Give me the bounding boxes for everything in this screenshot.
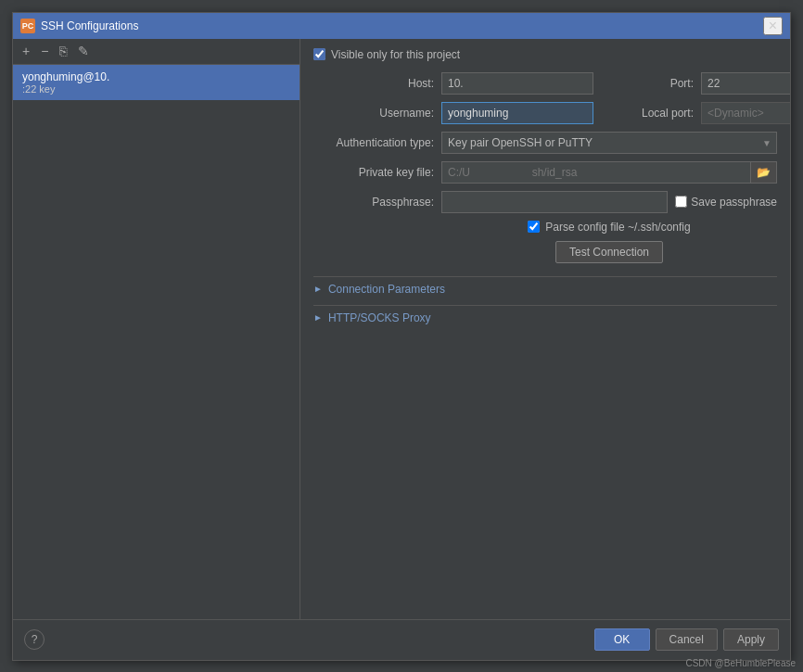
auth-type-select-wrapper: Key pair OpenSSH or PuTTY ▼ — [441, 132, 777, 154]
parse-config-checkbox[interactable] — [528, 221, 540, 233]
private-key-label: Private key file: — [313, 166, 434, 179]
test-connection-row: Test Connection — [313, 241, 777, 263]
host-input[interactable] — [441, 72, 593, 95]
passphrase-row: Passphrase: Save passphrase — [313, 191, 777, 213]
save-passphrase-checkbox[interactable] — [675, 196, 687, 208]
save-passphrase-wrapper: Save passphrase — [675, 196, 777, 209]
visible-only-checkbox[interactable] — [313, 48, 325, 60]
connection-params-header[interactable]: ► Connection Parameters — [313, 276, 777, 301]
ssh-item-detail: :22 key — [22, 83, 290, 95]
host-port-row: Host: Port: — [313, 72, 777, 95]
title-bar-left: PC SSH Configurations — [20, 19, 138, 33]
http-proxy-label: HTTP/SOCKS Proxy — [328, 311, 431, 324]
passphrase-label: Passphrase: — [313, 196, 434, 209]
bottom-bar: ? OK Cancel Apply — [13, 619, 790, 660]
parse-config-row: Parse config file ~/.ssh/config — [313, 221, 777, 234]
host-label: Host: — [313, 77, 434, 90]
help-button[interactable]: ? — [24, 629, 45, 650]
edit-ssh-button[interactable]: ✎ — [74, 43, 93, 59]
right-panel: Visible only for this project Host: Port… — [300, 39, 790, 619]
title-bar: PC SSH Configurations × — [13, 13, 790, 39]
list-item[interactable]: yonghuming@10. :22 key — [13, 65, 300, 100]
connection-params-label: Connection Parameters — [328, 283, 445, 296]
action-buttons: OK Cancel Apply — [594, 628, 779, 651]
copy-ssh-button[interactable]: ⎘ — [56, 43, 70, 59]
port-label: Port: — [601, 77, 694, 90]
username-localport-row: Username: Local port: — [313, 102, 777, 124]
private-key-input[interactable] — [441, 161, 750, 184]
local-port-input[interactable] — [701, 102, 790, 124]
app-icon: PC — [20, 19, 35, 33]
auth-type-select[interactable]: Key pair OpenSSH or PuTTY — [441, 132, 777, 154]
remove-ssh-button[interactable]: − — [37, 43, 52, 59]
ssh-list: yonghuming@10. :22 key — [13, 65, 300, 619]
http-proxy-header[interactable]: ► HTTP/SOCKS Proxy — [313, 305, 777, 330]
auth-type-label: Authentication type: — [313, 136, 434, 149]
visible-only-row: Visible only for this project — [313, 48, 777, 61]
username-label: Username: — [313, 107, 434, 120]
add-ssh-button[interactable]: + — [19, 43, 33, 59]
dialog-content: + − ⎘ ✎ yonghuming@10. :22 key Visible o… — [13, 39, 790, 619]
auth-type-row: Authentication type: Key pair OpenSSH or… — [313, 132, 777, 154]
save-passphrase-label: Save passphrase — [691, 196, 777, 209]
cancel-button[interactable]: Cancel — [656, 628, 718, 651]
ssh-item-name: yonghuming@10. — [22, 70, 290, 83]
parse-config-label: Parse config file ~/.ssh/config — [528, 221, 690, 234]
http-proxy-chevron-icon: ► — [313, 312, 323, 323]
close-button[interactable]: × — [763, 17, 783, 35]
apply-button[interactable]: Apply — [723, 628, 779, 651]
dialog-title: SSH Configurations — [41, 19, 138, 32]
port-input[interactable] — [701, 72, 790, 95]
watermark: CSDN @BeHumblePlease — [685, 658, 796, 668]
left-panel: + − ⎘ ✎ yonghuming@10. :22 key — [13, 39, 300, 619]
ssh-configurations-dialog: PC SSH Configurations × + − ⎘ ✎ yonghumi… — [12, 12, 791, 661]
passphrase-input[interactable] — [441, 191, 668, 213]
local-port-label: Local port: — [601, 107, 694, 120]
private-key-file-wrapper: 📂 — [441, 161, 777, 184]
ok-button[interactable]: OK — [594, 628, 650, 651]
test-connection-button[interactable]: Test Connection — [555, 241, 663, 263]
connection-params-chevron-icon: ► — [313, 284, 323, 294]
browse-button[interactable]: 📂 — [750, 161, 777, 184]
visible-only-label: Visible only for this project — [331, 48, 460, 61]
username-input[interactable] — [441, 102, 593, 124]
private-key-row: Private key file: 📂 — [313, 161, 777, 184]
ssh-list-toolbar: + − ⎘ ✎ — [13, 39, 300, 65]
